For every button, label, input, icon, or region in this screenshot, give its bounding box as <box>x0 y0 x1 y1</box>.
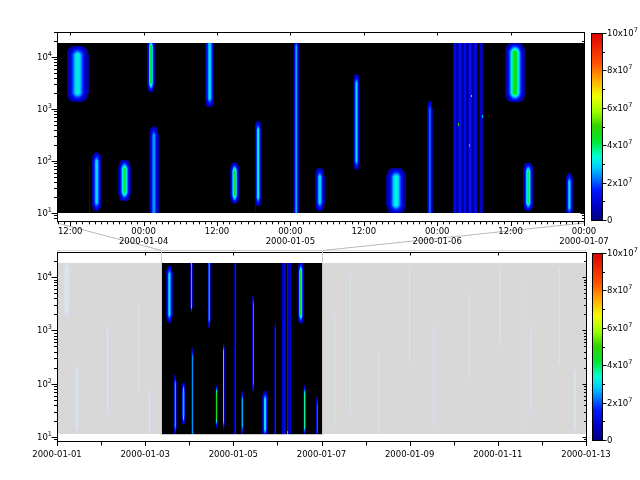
y-tick-label: 101 <box>37 209 52 218</box>
top-x-tick-time: 00:00 <box>425 227 450 236</box>
y-tick-label: 104 <box>37 53 52 62</box>
y-tick-exponent: 1 <box>48 206 52 214</box>
colorbar-tick-label: 4x107 <box>607 361 632 370</box>
colorbar-tick-label: 8x107 <box>607 286 632 295</box>
bottom-x-tick-label: 2000-01-05 <box>209 450 258 459</box>
bottom-x-tick-label: 2000-01-09 <box>385 450 434 459</box>
top-x-tick-time: 12:00 <box>58 227 83 236</box>
bottom-x-tick-label: 2000-01-07 <box>297 450 346 459</box>
bottom-x-tick-label: 2000-01-01 <box>32 450 81 459</box>
colorbar-tick-label: 0 <box>607 436 612 445</box>
colorbar-exponent: 7 <box>628 101 632 109</box>
top-x-tick-time: 00:00 <box>278 227 303 236</box>
top-x-tick-time: 12:00 <box>205 227 230 236</box>
bottom-x-tick-label: 2000-01-13 <box>561 450 610 459</box>
colorbar-tick-label: 2x107 <box>607 398 632 407</box>
zoom-region-selector[interactable] <box>161 250 323 435</box>
top-x-tick-date: 2000-01-07 <box>559 237 608 246</box>
top-x-tick-time: 00:00 <box>131 227 156 236</box>
colorbar-exponent: 7 <box>628 138 632 146</box>
y-tick-exponent: 4 <box>48 270 52 278</box>
y-tick-label: 103 <box>37 326 52 335</box>
colorbar-exponent: 7 <box>628 176 632 184</box>
y-tick-exponent: 3 <box>48 102 52 110</box>
y-tick-exponent: 4 <box>48 50 52 58</box>
y-tick-exponent: 2 <box>48 377 52 385</box>
colorbar-exponent: 7 <box>634 26 638 34</box>
colorbar-exponent: 7 <box>634 246 638 254</box>
colorbar-exponent: 7 <box>628 63 632 71</box>
top-x-tick-date: 2000-01-04 <box>119 237 168 246</box>
colorbar-tick-label: 6x107 <box>607 324 632 333</box>
top-x-tick-date: 2000-01-06 <box>413 237 462 246</box>
top-x-tick-time: 12:00 <box>352 227 377 236</box>
colorbar-tick-label: 8x107 <box>607 66 632 75</box>
y-tick-label: 102 <box>37 379 52 388</box>
colorbar-exponent: 7 <box>628 358 632 366</box>
colorbar-exponent: 7 <box>628 283 632 291</box>
top-x-tick-time: 00:00 <box>572 227 597 236</box>
colorbar-tick-label: 6x107 <box>607 104 632 113</box>
colorbar-tick-label: 0 <box>607 216 612 225</box>
colorbar-exponent: 7 <box>628 321 632 329</box>
top-x-tick-time: 12:00 <box>498 227 523 236</box>
top-x-tick-date: 2000-01-05 <box>266 237 315 246</box>
y-tick-exponent: 3 <box>48 323 52 331</box>
y-tick-exponent: 1 <box>48 430 52 438</box>
colorbar-tick-label: 10x107 <box>607 249 638 258</box>
bottom-x-tick-label: 2000-01-11 <box>473 450 522 459</box>
y-tick-label: 104 <box>37 273 52 282</box>
colorbar-exponent: 7 <box>628 396 632 404</box>
y-tick-label: 102 <box>37 157 52 166</box>
colorbar-tick-label: 4x107 <box>607 141 632 150</box>
y-tick-label: 101 <box>37 433 52 442</box>
spectrogram-figure: 12:0000:002000-01-0412:0000:002000-01-05… <box>0 0 640 480</box>
bottom-x-tick-label: 2000-01-03 <box>120 450 169 459</box>
y-tick-label: 103 <box>37 105 52 114</box>
colorbar-tick-label: 10x107 <box>607 29 638 38</box>
y-tick-exponent: 2 <box>48 154 52 162</box>
colorbar-tick-label: 2x107 <box>607 178 632 187</box>
